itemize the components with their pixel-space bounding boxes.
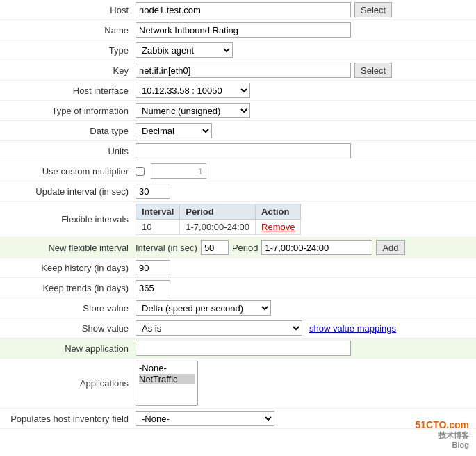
host-interface-value-cell: 10.12.33.58 : 10050 [136,83,476,98]
custom-multiplier-row: Use custom multiplier [0,161,476,181]
show-value-label: Show value [0,323,136,334]
host-row: Host Select [0,0,476,20]
store-value-value-cell: Delta (speed per second) As is Delta (si… [136,300,476,316]
type-select[interactable]: Zabbix agent [136,42,233,58]
interval-in-sec-label: Interval (in sec) [136,243,197,253]
key-value-cell: Select [136,63,476,78]
flexible-intervals-row: Flexible intervals Interval Period Actio… [0,202,476,238]
units-row: Units [0,141,476,161]
new-flexible-interval-value-cell: Interval (in sec) Period Add [136,240,476,255]
new-period-input[interactable] [261,240,372,255]
interval-cell: 10 [136,220,180,235]
key-input[interactable] [136,63,351,78]
type-of-information-select[interactable]: Numeric (unsigned) [136,103,250,118]
key-row: Key Select [0,60,476,81]
show-value-select[interactable]: As is [136,320,302,336]
keep-trends-value-cell [136,280,476,295]
keep-trends-input[interactable] [136,280,170,295]
data-type-label: Data type [0,126,136,136]
type-of-information-value-cell: Numeric (unsigned) [136,103,476,118]
item-form: Host Select Name Type Zabbix agent Key S… [0,0,476,429]
new-interval-input[interactable] [201,240,229,255]
remove-link[interactable]: Remove [261,222,295,232]
update-interval-label: Update interval (in sec) [0,186,136,197]
host-interface-select[interactable]: 10.12.33.58 : 10050 [136,83,250,98]
flexible-intervals-table: Interval Period Action 10 1-7,00:00-24:0… [136,204,301,235]
applications-listbox[interactable]: -None- NetTraffic [136,361,198,406]
new-flexible-interval-label: New flexible interval [0,243,136,253]
new-flexible-interval-row: New flexible interval Interval (in sec) … [0,238,476,258]
units-input[interactable] [136,143,351,158]
host-interface-label: Host interface [0,86,136,96]
show-value-value-cell: As is show value mappings [136,320,476,336]
keep-history-input[interactable] [136,260,170,275]
type-row: Type Zabbix agent [0,40,476,60]
data-type-select[interactable]: Decimal [136,123,212,138]
host-select-button[interactable]: Select [354,2,392,17]
new-application-label: New application [0,343,136,354]
keep-history-value-cell [136,260,476,275]
data-type-row: Data type Decimal [0,121,476,141]
inventory-select[interactable]: -None- [136,411,274,426]
custom-multiplier-value-cell [136,163,476,179]
period-label: Period [232,243,258,253]
update-interval-row: Update interval (in sec) [0,181,476,202]
show-value-mappings-link[interactable]: show value mappings [309,323,396,334]
store-value-row: Store value Delta (speed per second) As … [0,298,476,318]
watermark-line1: 51CTO.com [415,419,469,429]
type-of-information-label: Type of information [0,106,136,116]
new-application-input[interactable] [136,341,351,356]
interval-col-header: Interval [136,204,180,220]
keep-history-label: Keep history (in days) [0,263,136,273]
key-label: Key [0,65,136,76]
keep-history-row: Keep history (in days) [0,258,476,278]
host-label: Host [0,5,136,15]
type-label: Type [0,45,136,56]
keep-trends-row: Keep trends (in days) [0,278,476,298]
watermark: 51CTO.com 技术博客 Blog [415,419,469,429]
store-value-select[interactable]: Delta (speed per second) As is Delta (si… [136,300,271,316]
units-value-cell [136,143,476,158]
units-label: Units [0,146,136,156]
type-value-cell: Zabbix agent [136,42,476,58]
update-interval-value-cell [136,184,476,199]
show-value-row: Show value As is show value mappings [0,318,476,339]
flexible-intervals-value-cell: Interval Period Action 10 1-7,00:00-24:0… [136,204,476,235]
applications-label: Applications [0,378,136,389]
custom-multiplier-input[interactable] [151,163,206,179]
add-flexible-interval-button[interactable]: Add [376,240,404,255]
period-cell: 1-7,00:00-24:00 [180,220,256,235]
new-application-value-cell [136,341,476,356]
period-col-header: Period [180,204,256,220]
custom-multiplier-checkbox[interactable] [136,167,145,176]
custom-multiplier-label: Use custom multiplier [0,166,136,177]
update-interval-input[interactable] [136,184,170,199]
host-value-cell: Select [136,2,476,17]
name-row: Name [0,20,476,40]
inventory-label: Populates host inventory field [0,414,136,424]
name-input[interactable] [136,22,351,38]
new-application-row: New application [0,339,476,359]
applications-value-cell: -None- NetTraffic [136,361,476,406]
data-type-value-cell: Decimal [136,123,476,138]
name-label: Name [0,25,136,35]
host-input[interactable] [136,2,351,17]
key-select-button[interactable]: Select [354,63,392,78]
inventory-row: Populates host inventory field -None- [0,409,476,429]
type-of-information-row: Type of information Numeric (unsigned) [0,101,476,121]
keep-trends-label: Keep trends (in days) [0,283,136,293]
host-interface-row: Host interface 10.12.33.58 : 10050 [0,81,476,101]
action-cell: Remove [256,220,301,235]
name-value-cell [136,22,476,38]
flexible-intervals-label: Flexible intervals [0,214,136,225]
store-value-label: Store value [0,303,136,314]
action-col-header: Action [256,204,301,220]
table-row: 10 1-7,00:00-24:00 Remove [136,220,301,235]
applications-row: Applications -None- NetTraffic [0,359,476,409]
